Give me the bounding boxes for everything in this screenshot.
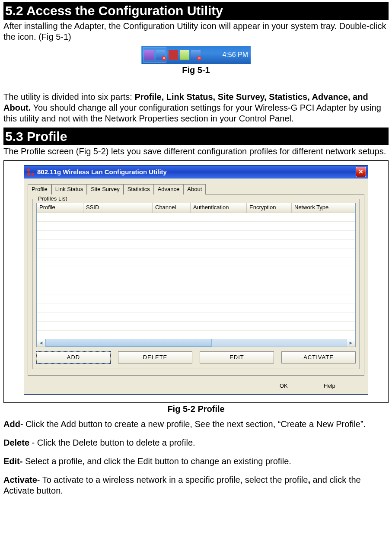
table-row xyxy=(37,312,355,322)
def-add-text: - Click the Add button to create a new p… xyxy=(20,419,366,429)
table-row xyxy=(37,322,355,331)
table-row xyxy=(37,285,355,294)
table-row xyxy=(37,258,355,267)
def-edit-label: Edit- xyxy=(3,456,22,466)
edit-button[interactable]: EDIT xyxy=(200,351,274,363)
close-icon[interactable]: ✕ xyxy=(356,167,366,177)
scroll-right-icon[interactable]: ► xyxy=(347,339,355,347)
tray-clock: 4:56 PM xyxy=(222,51,248,59)
def-activate-mid: - To activate to a wireless network in a… xyxy=(37,475,308,485)
profiles-listview[interactable]: Profile SSID Channel Authentication Encr… xyxy=(36,203,356,347)
delete-button[interactable]: DELETE xyxy=(118,351,192,363)
scroll-track[interactable] xyxy=(45,339,347,347)
tab-link-status[interactable]: Link Status xyxy=(51,184,87,195)
utility-parts-paragraph: The utility is divided into six parts: P… xyxy=(3,92,389,124)
tray-icon-2: ✕ xyxy=(156,50,165,60)
tab-panel: Profiles List Profile SSID Channel Authe… xyxy=(28,194,364,376)
table-row xyxy=(37,213,355,222)
list-rows xyxy=(37,213,355,339)
activate-button[interactable]: ACTIVATE xyxy=(281,351,356,363)
tab-statistics[interactable]: Statistics xyxy=(124,184,154,195)
group-label: Profiles List xyxy=(36,195,69,202)
caption-fig-5-2: Fig 5-2 Profile xyxy=(3,404,389,415)
profiles-list-group: Profiles List Profile SSID Channel Authe… xyxy=(32,199,360,369)
table-row xyxy=(37,231,355,240)
col-network-type[interactable]: Network Type xyxy=(292,203,355,213)
def-edit-text: Select a profile, and click the Edit but… xyxy=(22,456,291,466)
def-activate-label: Activate xyxy=(3,475,37,485)
tray-icon-4 xyxy=(180,50,189,60)
table-row xyxy=(37,331,355,340)
window-titlebar: 802.11g Wireless Lan Configuration Utili… xyxy=(24,166,368,179)
def-add-label: Add xyxy=(3,419,20,429)
def-delete-label: Delete xyxy=(3,438,29,447)
tab-about[interactable]: About xyxy=(183,184,206,195)
section-heading-5-3: 5.3 Profile xyxy=(3,128,389,146)
table-row xyxy=(37,294,355,303)
col-authentication[interactable]: Authentication xyxy=(191,203,247,213)
col-channel[interactable]: Channel xyxy=(153,203,191,213)
table-row xyxy=(37,276,355,285)
ok-button[interactable]: OK xyxy=(280,383,319,389)
caption-fig-5-1: Fig 5-1 xyxy=(3,65,389,76)
table-row xyxy=(37,249,355,258)
intro-5-2: After installing the Adapter, the Config… xyxy=(3,21,389,42)
config-utility-window: 802.11g Wireless Lan Configuration Utili… xyxy=(24,165,368,395)
table-row xyxy=(37,222,355,231)
tab-strip: Profile Link Status Site Survey Statisti… xyxy=(28,184,364,194)
tray-icon-3 xyxy=(169,50,178,60)
figure-5-2-container: 802.11g Wireless Lan Configuration Utili… xyxy=(3,160,389,403)
tab-advance[interactable]: Advance xyxy=(154,184,184,195)
def-delete-text: - Click the Delete button to delete a pr… xyxy=(29,438,195,447)
table-row xyxy=(37,303,355,312)
add-button[interactable]: ADD xyxy=(36,351,111,363)
col-ssid[interactable]: SSID xyxy=(83,203,153,213)
help-button[interactable]: Help xyxy=(324,383,363,389)
table-row xyxy=(37,267,355,276)
svg-rect-0 xyxy=(27,169,30,171)
col-profile[interactable]: Profile xyxy=(37,203,83,213)
table-row xyxy=(37,240,355,249)
horizontal-scrollbar[interactable]: ◄ ► xyxy=(37,339,355,347)
col-encryption[interactable]: Encryption xyxy=(247,203,292,213)
window-title: 802.11g Wireless Lan Configuration Utili… xyxy=(37,168,167,176)
tray-icon-1 xyxy=(144,50,154,60)
scroll-thumb[interactable] xyxy=(45,339,212,347)
tray-icon-5: ✕ xyxy=(191,50,201,60)
tab-site-survey[interactable]: Site Survey xyxy=(87,184,123,195)
intro-5-3: The Profile screen (Fig 5-2) lets you sa… xyxy=(3,146,389,157)
section-heading-5-2: 5.2 Access the Configuration Utility xyxy=(3,2,389,20)
list-header: Profile SSID Channel Authentication Encr… xyxy=(37,203,355,213)
tab-profile[interactable]: Profile xyxy=(28,184,51,195)
definitions: Add- Click the Add button to create a ne… xyxy=(3,419,389,496)
scroll-left-icon[interactable]: ◄ xyxy=(37,339,45,347)
app-icon xyxy=(27,168,35,176)
system-tray: ✕ ✕ 4:56 PM xyxy=(141,46,251,64)
